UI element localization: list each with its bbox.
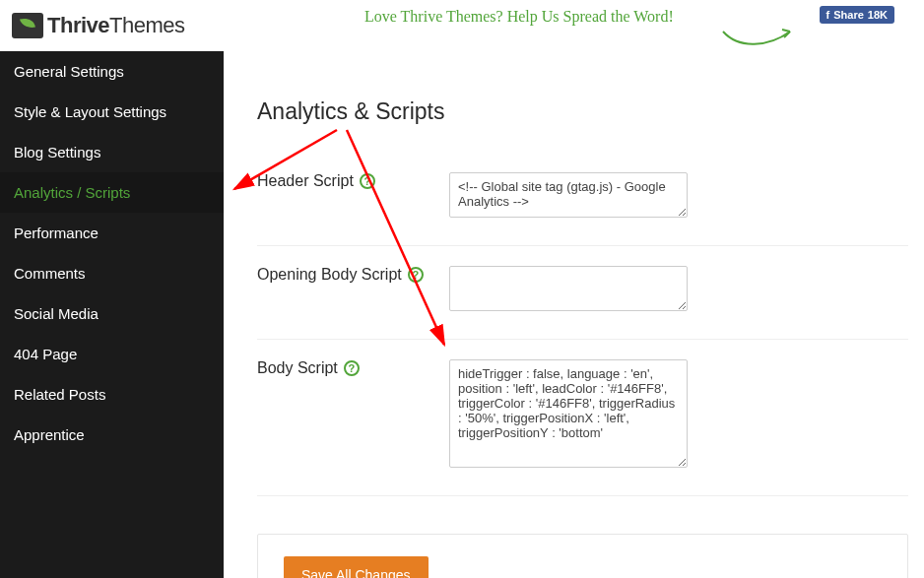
save-panel: Save All Changes — [257, 534, 908, 578]
tagline-text: Love Thrive Themes? Help Us Spread the W… — [364, 8, 674, 26]
help-icon[interactable]: ? — [408, 267, 424, 283]
leaf-monitor-icon — [12, 13, 43, 38]
swoosh-arrow-icon — [719, 22, 798, 49]
header-script-textarea[interactable] — [449, 172, 688, 218]
share-count: 18K — [868, 9, 888, 21]
sidebar-item-style-layout[interactable]: Style & Layout Settings — [0, 92, 224, 132]
page-title: Analytics & Scripts — [257, 98, 908, 125]
opening-body-script-textarea[interactable] — [449, 266, 688, 311]
sidebar-item-apprentice[interactable]: Apprentice — [0, 415, 224, 455]
sidebar-item-comments[interactable]: Comments — [0, 253, 224, 293]
sidebar-item-analytics-scripts[interactable]: Analytics / Scripts — [0, 172, 224, 213]
facebook-icon: f — [826, 9, 830, 21]
sidebar-item-general-settings[interactable]: General Settings — [0, 51, 224, 92]
opening-body-script-label: Opening Body Script — [257, 266, 402, 284]
sidebar-item-blog-settings[interactable]: Blog Settings — [0, 132, 224, 172]
brand-text: ThriveThemes — [47, 13, 185, 38]
save-all-changes-button[interactable]: Save All Changes — [284, 556, 429, 578]
field-row-opening-body-script: Opening Body Script ? — [257, 246, 908, 340]
help-icon[interactable]: ? — [360, 173, 375, 189]
settings-sidebar: General Settings Style & Layout Settings… — [0, 51, 224, 578]
main-content: Analytics & Scripts Header Script ? Open… — [224, 51, 924, 578]
site-header: ThriveThemes Love Thrive Themes? Help Us… — [0, 0, 924, 51]
sidebar-item-404-page[interactable]: 404 Page — [0, 334, 224, 374]
body-script-label: Body Script — [257, 359, 338, 377]
sidebar-item-performance[interactable]: Performance — [0, 213, 224, 253]
field-row-header-script: Header Script ? — [257, 153, 908, 246]
field-row-body-script: Body Script ? — [257, 340, 908, 496]
facebook-share-button[interactable]: f Share 18K — [820, 6, 894, 24]
share-label: Share — [833, 9, 864, 21]
help-icon[interactable]: ? — [344, 360, 360, 376]
body-script-textarea[interactable] — [449, 359, 688, 468]
sidebar-item-social-media[interactable]: Social Media — [0, 293, 224, 334]
brand-logo[interactable]: ThriveThemes — [12, 13, 185, 38]
header-script-label: Header Script — [257, 172, 354, 190]
sidebar-item-related-posts[interactable]: Related Posts — [0, 374, 224, 415]
